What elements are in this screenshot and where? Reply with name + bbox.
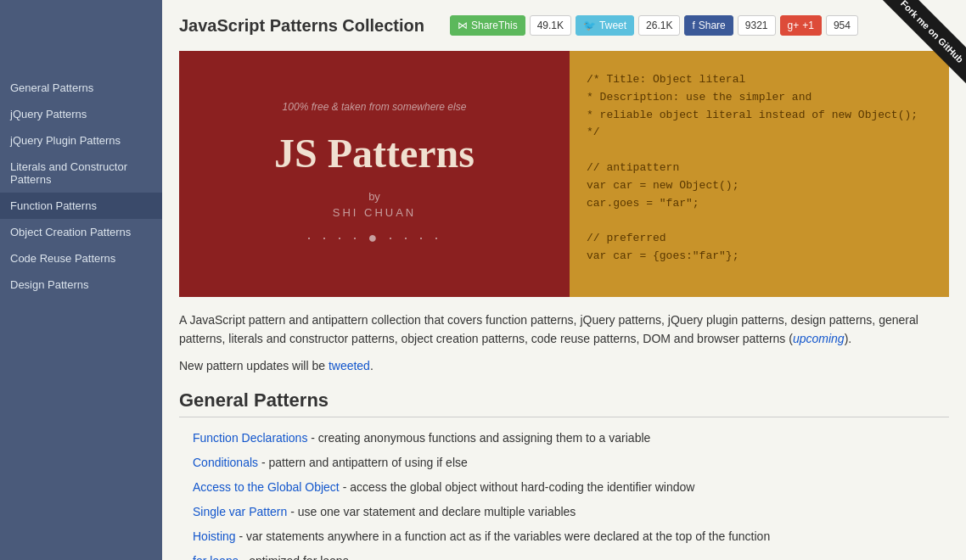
access-global-link[interactable]: Access to the Global Object <box>193 480 340 494</box>
sidebar-item-code-reuse-patterns[interactable]: Code Reuse Patterns <box>0 245 162 272</box>
list-item: Function Declarations - creating anonymo… <box>193 426 949 451</box>
facebook-icon: f <box>692 20 694 31</box>
list-item: for loops - optimized for loops <box>193 549 949 560</box>
sidebar-item-general-patterns[interactable]: General Patterns <box>0 75 162 101</box>
conditionals-link[interactable]: Conditionals <box>193 456 258 469</box>
tweeted-link[interactable]: tweeted <box>329 359 370 372</box>
conditionals-desc: - pattern and antipattern of using if el… <box>258 456 468 469</box>
access-global-desc: - access the global object without hard-… <box>340 480 695 494</box>
function-declarations-link[interactable]: Function Declarations <box>193 431 307 445</box>
single-var-link[interactable]: Single var Pattern <box>193 505 287 518</box>
list-item: Conditionals - pattern and antipattern o… <box>193 451 949 475</box>
share-icon: ⋈ <box>458 20 468 31</box>
sidebar-item-jquery-plugin-patterns[interactable]: jQuery Plugin Patterns <box>0 127 162 154</box>
update-suffix: . <box>370 359 373 372</box>
sidebar-item-jquery-patterns[interactable]: jQuery Patterns <box>0 101 162 127</box>
hero-tagline: 100% free & taken from somewhere else <box>283 101 467 113</box>
code-line-comment3: * reliable object literal instead of new… <box>587 107 932 125</box>
hero-book-cover: 100% free & taken from somewhere else JS… <box>179 51 570 297</box>
twitter-icon: 🐦 <box>583 20 596 31</box>
facebook-label: Share <box>699 20 726 31</box>
tweet-button[interactable]: 🐦 Tweet <box>576 15 634 36</box>
facebook-count: 9321 <box>738 15 776 36</box>
page-wrapper: General Patterns jQuery Patterns jQuery … <box>0 0 966 560</box>
intro-description: A JavaScript pattern and antipattern col… <box>179 311 949 349</box>
facebook-button[interactable]: f Share <box>684 15 733 36</box>
general-patterns-list: Function Declarations - creating anonymo… <box>179 426 949 560</box>
sidebar-item-object-creation-patterns[interactable]: Object Creation Patterns <box>0 219 162 245</box>
hero-decoration-dots: · · · · ● · · · · <box>307 229 442 247</box>
general-patterns-title: General Patterns <box>179 389 949 417</box>
list-item: Single var Pattern - use one var stateme… <box>193 500 949 524</box>
page-title: JavaScript Patterns Collection <box>179 16 424 36</box>
fork-ribbon-link[interactable]: Fork me on GitHub <box>875 0 966 88</box>
code-antipattern-line2: car.goes = "far"; <box>587 195 932 213</box>
update-prefix: New pattern updates will be <box>179 359 329 372</box>
social-buttons: ⋈ ShareThis 49.1K 🐦 Tweet 26.1K f Share … <box>450 15 858 36</box>
code-antipattern-line1: var car = new Object(); <box>587 177 932 195</box>
sharethis-count: 49.1K <box>530 15 571 36</box>
sidebar-item-design-patterns[interactable]: Design Patterns <box>0 272 162 298</box>
sidebar-item-function-patterns[interactable]: Function Patterns <box>0 193 162 219</box>
sharethis-label: ShareThis <box>471 20 518 31</box>
tweet-count: 26.1K <box>638 15 680 36</box>
for-loops-desc: - optimized for loops <box>239 554 349 560</box>
gplus-count: 954 <box>826 15 858 36</box>
code-preferred-label: // preferred <box>587 230 932 248</box>
hero-section: 100% free & taken from somewhere else JS… <box>179 51 949 297</box>
list-item: Access to the Global Object - access the… <box>193 475 949 500</box>
hoisting-desc: - var statements anywhere in a function … <box>236 529 771 543</box>
sidebar: General Patterns jQuery Patterns jQuery … <box>0 0 162 560</box>
page-header: JavaScript Patterns Collection ⋈ ShareTh… <box>179 0 949 51</box>
tweet-label: Tweet <box>599 20 626 31</box>
hero-book-title: JS Patterns <box>274 130 475 176</box>
gplus-button[interactable]: g+ +1 <box>780 15 822 36</box>
update-note: New pattern updates will be tweeted. <box>179 359 949 372</box>
single-var-desc: - use one var statement and declare mult… <box>287 505 576 518</box>
fork-ribbon[interactable]: Fork me on GitHub <box>864 0 966 102</box>
hero-by: by <box>368 190 380 203</box>
upcoming-link[interactable]: upcoming <box>793 332 845 345</box>
list-item: Hoisting - var statements anywhere in a … <box>193 524 949 549</box>
hoisting-link[interactable]: Hoisting <box>193 529 236 543</box>
sidebar-item-literals-constructor-patterns[interactable]: Literals and Constructor Patterns <box>0 154 162 193</box>
function-declarations-desc: - creating anonymous functions and assig… <box>307 431 650 445</box>
gplus-icon: g+ <box>788 20 800 31</box>
upcoming-text: upcoming <box>793 332 845 345</box>
code-antipattern-label: // antipattern <box>587 160 932 177</box>
for-loops-link[interactable]: for loops <box>193 554 239 560</box>
hero-author: SHI CHUAN <box>333 206 417 219</box>
sharethis-button[interactable]: ⋈ ShareThis <box>450 15 525 36</box>
gplus-label: +1 <box>802 20 814 31</box>
description-text2: ). <box>845 332 852 345</box>
code-line-comment4: */ <box>587 124 932 142</box>
code-preferred-line1: var car = {goes:"far"}; <box>587 248 932 266</box>
main-content: JavaScript Patterns Collection ⋈ ShareTh… <box>162 0 966 560</box>
